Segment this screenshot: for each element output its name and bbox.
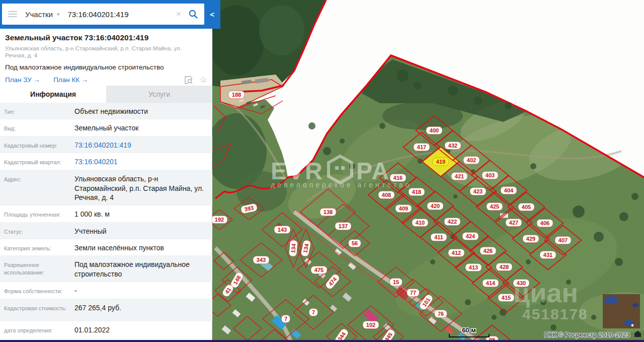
svg-text:девелоперское агентство: девелоперское агентство — [271, 181, 412, 189]
collapse-panel-icon[interactable]: < — [204, 0, 220, 29]
row-value: 1 000 кв. м — [74, 210, 110, 219]
parcel-label[interactable]: 143 — [274, 226, 290, 234]
parcel-label[interactable]: 76 — [435, 310, 447, 318]
clear-icon[interactable]: × — [176, 9, 181, 19]
row-label: Кадастровый номер: — [4, 141, 74, 150]
parcel-label[interactable]: 429 — [523, 235, 539, 243]
svg-text:421: 421 — [455, 173, 464, 179]
parcel-label[interactable]: 77 — [407, 289, 420, 297]
svg-text:77: 77 — [410, 290, 416, 296]
table-row: Статус:Учтенный — [0, 223, 212, 239]
parcel-label[interactable]: 7 — [281, 315, 290, 323]
parcel-label[interactable]: 411 — [431, 233, 447, 241]
svg-text:410: 410 — [416, 220, 425, 226]
svg-text:143: 143 — [278, 227, 287, 233]
svg-text:406: 406 — [540, 220, 549, 226]
svg-text:7: 7 — [312, 309, 315, 315]
parcel-label[interactable]: 418 — [409, 188, 425, 196]
parcel-label[interactable]: 7 — [309, 308, 317, 316]
svg-text:416: 416 — [393, 175, 403, 181]
tab-information[interactable]: Информация — [0, 86, 106, 103]
table-row: Разрешенное использование:Под малоэтажно… — [0, 256, 212, 282]
parcel-label[interactable]: 431 — [540, 251, 556, 259]
table-row: Площадь уточненная:1 000 кв. м — [0, 206, 212, 223]
row-value: 01.01.2022 — [74, 325, 110, 335]
parcel-label[interactable]: 137 — [335, 222, 351, 230]
row-value: Учтенный — [74, 227, 107, 236]
parcel-label[interactable]: 423 — [470, 187, 486, 195]
parcel-label[interactable]: 408 — [378, 191, 394, 199]
row-label: Кадастровая стоимость: — [4, 303, 74, 318]
parcel-label[interactable]: 420 — [427, 202, 443, 210]
parcel-label[interactable]: 134 — [289, 240, 298, 256]
parcel-label[interactable]: 56 — [349, 239, 361, 247]
row-value-link[interactable]: 73:16:040201:419 — [74, 141, 131, 150]
parcel-label[interactable]: 410 — [412, 219, 428, 227]
parcel-label[interactable]: 405 — [518, 203, 534, 211]
parcel-label[interactable]: 343 — [253, 256, 269, 264]
svg-text:431: 431 — [543, 252, 552, 258]
svg-text:408: 408 — [382, 192, 391, 198]
parcel-label[interactable]: 407 — [555, 236, 571, 244]
svg-text:426: 426 — [484, 248, 493, 254]
row-value-link[interactable]: 73:16:040201 — [74, 157, 118, 167]
plan-zu-link[interactable]: План ЗУ → — [5, 76, 40, 84]
parcel-label[interactable]: 414 — [482, 279, 499, 287]
parcel-label[interactable]: 425 — [487, 202, 503, 211]
parcel-label[interactable]: 428 — [496, 263, 512, 271]
svg-text:402: 402 — [467, 157, 476, 163]
svg-text:475: 475 — [314, 267, 324, 273]
star-icon[interactable]: ☆ — [200, 76, 207, 84]
parcel-label[interactable]: 412 — [448, 249, 464, 257]
pkk-cadastral-map-app: { "accent": "#1b72c8", "search": { "cate… — [0, 0, 644, 342]
search-field[interactable]: Участки ▾ × — [2, 4, 204, 25]
parcel-label[interactable]: 415 — [498, 294, 514, 302]
row-label: Кадастровый квартал: — [4, 157, 74, 167]
plan-kk-link[interactable]: План КК → — [53, 76, 88, 84]
page-title: Земельный участок 73:16:040201:419 — [5, 33, 207, 42]
parcel-label[interactable]: 432 — [445, 142, 461, 150]
parcel-label[interactable]: 417 — [414, 143, 430, 151]
document-search-icon[interactable] — [184, 76, 194, 85]
parcel-label[interactable]: 400 — [426, 126, 442, 134]
row-label: Категория земель: — [4, 243, 74, 252]
svg-text:427: 427 — [509, 220, 518, 226]
table-row: дата определения:01.01.2022 — [0, 321, 212, 338]
table-row: Кадастровый номер:73:16:040201:419 — [0, 136, 212, 153]
panel-tabs: Информация Услуги — [0, 86, 212, 103]
parcel-label[interactable]: 138 — [320, 208, 336, 216]
row-value: - — [74, 286, 77, 296]
svg-text:418: 418 — [412, 189, 421, 195]
svg-text:432: 432 — [448, 143, 457, 149]
parcel-label[interactable]: 413 — [465, 263, 481, 271]
parcel-label[interactable]: 419 — [433, 158, 449, 166]
parcel-label[interactable]: 409 — [395, 204, 412, 213]
svg-text:343: 343 — [257, 257, 266, 263]
parcel-label[interactable]: 192 — [212, 216, 227, 224]
parcel-label[interactable]: 402 — [463, 156, 479, 164]
parcel-label[interactable]: 426 — [480, 247, 496, 255]
parcel-attributes-table: Тип:Объект недвижимостиВид:Земельный уча… — [0, 103, 212, 338]
svg-text:428: 428 — [500, 264, 509, 270]
parcel-label[interactable]: 188 — [228, 91, 245, 99]
search-category-select[interactable]: Участки — [25, 10, 53, 19]
parcel-label[interactable]: 424 — [462, 232, 478, 240]
parcel-label[interactable]: 421 — [451, 172, 467, 180]
row-label: Статус: — [4, 227, 74, 236]
svg-text:411: 411 — [434, 234, 443, 240]
search-input[interactable] — [67, 10, 177, 19]
parcel-label[interactable]: 102 — [363, 321, 379, 329]
parcel-label[interactable]: 427 — [506, 219, 522, 227]
parcel-label[interactable]: 475 — [311, 266, 327, 274]
satellite-map[interactable]: 4004324024034044054064074174194214234254… — [212, 0, 644, 342]
parcel-label[interactable]: 403 — [482, 171, 498, 179]
table-row: Кадастровая стоимость:267 265,4 руб. — [0, 299, 212, 321]
parcel-label[interactable]: 406 — [537, 219, 553, 227]
parcel-label[interactable]: 404 — [501, 186, 517, 194]
parcel-label[interactable]: 422 — [444, 218, 460, 226]
parcel-usage-line: Под малоэтажное индивидуальное строитель… — [5, 63, 207, 71]
search-icon[interactable] — [188, 9, 198, 19]
tab-services[interactable]: Услуги — [106, 86, 212, 103]
menu-icon[interactable] — [8, 10, 17, 19]
parcel-label[interactable]: 15 — [390, 278, 403, 286]
